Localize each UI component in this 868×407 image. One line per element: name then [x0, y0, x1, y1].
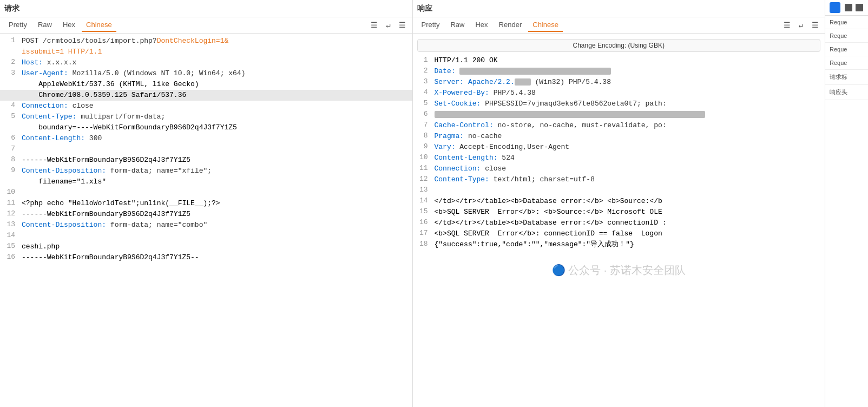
response-panel: 响应 Pretty Raw Hex Render Chinese ☰ ↵ ☰ C… — [413, 0, 825, 407]
res-line-6: 6 — [413, 109, 825, 120]
req-line-11: 11 <?php echo "HelloWorldTest";unlink(__… — [0, 198, 412, 209]
res-line-3: 3 Server: Apache/2.2. (Win32) PHP/5.4.38 — [413, 77, 825, 88]
req-line-3c: Chrome/108.0.5359.125 Safari/537.36 — [0, 90, 412, 101]
req-line-1: 1 POST /crmtools/tools/import.php?DontCh… — [0, 36, 412, 47]
res-line-9: 9 Vary: Accept-Encoding,User-Agent — [413, 142, 825, 153]
req-line-6: 6 Content-Length: 300 — [0, 133, 412, 144]
response-toolbar: ☰ ↵ ☰ — [781, 20, 820, 31]
response-title: 响应 — [417, 4, 432, 14]
request-content: 1 POST /crmtools/tools/import.php?DontCh… — [0, 34, 412, 407]
res-line-17: 17 <b>SQL SERVER Error</b>: connectionID… — [413, 228, 825, 239]
copy-icon-res[interactable]: ☰ — [781, 20, 792, 31]
blurred-date — [459, 68, 611, 75]
req-line-13: 13 Content-Disposition: form-data; name=… — [0, 220, 412, 231]
req-line-9: 9 Content-Disposition: form-data; name="… — [0, 166, 412, 176]
inspector-header — [825, 0, 868, 16]
request-tabs: Pretty Raw Hex Chinese ☰ ↵ ☰ — [0, 17, 412, 34]
req-line-3: 3 User-Agent: Mozilla/5.0 (Windows NT 10… — [0, 68, 412, 79]
res-line-2: 2 Date: — [413, 66, 825, 77]
request-toolbar: ☰ ↵ ☰ — [369, 20, 408, 31]
tab-render-res[interactable]: Render — [495, 18, 527, 32]
menu-icon-res[interactable]: ☰ — [810, 20, 820, 31]
res-line-14: 14 </td></tr></table><b>Database error:<… — [413, 196, 825, 207]
tab-chinese-res[interactable]: Chinese — [528, 18, 563, 32]
req-line-8: 8 ------WebKitFormBoundaryB9S6D2q4J3f7Y1… — [0, 155, 412, 166]
tab-pretty-req[interactable]: Pretty — [4, 18, 31, 32]
wrap-icon-res[interactable]: ↵ — [795, 20, 806, 31]
req-line-1b: issubmit=1 HTTP/1.1 — [0, 47, 412, 57]
encoding-bar[interactable]: Change Encoding: (Using GBK) — [417, 39, 821, 52]
copy-icon-req[interactable]: ☰ — [369, 20, 380, 31]
inspector-panel: Reque Reque Reque Reque 请求标 响应头 — [825, 0, 868, 407]
req-line-12: 12 ------WebKitFormBoundaryB9S6D2q4J3f7Y… — [0, 209, 412, 220]
req-line-9b: filename="1.xls" — [0, 176, 412, 187]
wrap-icon-req[interactable]: ↵ — [383, 20, 394, 31]
request-panel: 请求 Pretty Raw Hex Chinese ☰ ↵ ☰ 1 POST /… — [0, 0, 413, 407]
req-line-7: 7 — [0, 144, 412, 155]
req-line-3b: AppleWebKit/537.36 (KHTML, like Gecko) — [0, 79, 412, 90]
res-line-7: 7 Cache-Control: no-store, no-cache, mus… — [413, 120, 825, 131]
tab-chinese-req[interactable]: Chinese — [82, 18, 116, 32]
grid-icon — [845, 4, 852, 11]
tab-pretty-res[interactable]: Pretty — [417, 18, 444, 32]
blurred-server — [515, 78, 531, 86]
req-line-4: 4 Connection: close — [0, 101, 412, 111]
res-line-8: 8 Pragma: no-cache — [413, 131, 825, 142]
res-line-5: 5 Set-Cookie: PHPSESSID=7vjmaqd3eks67te8… — [413, 99, 825, 109]
request-title: 请求 — [4, 4, 19, 14]
req-line-14: 14 — [0, 231, 412, 241]
inspector-item-2[interactable]: Reque — [825, 29, 868, 43]
tab-hex-req[interactable]: Hex — [58, 18, 80, 32]
response-content: Change Encoding: (Using GBK) 1 HTTP/1.1 … — [413, 34, 825, 407]
res-line-10: 10 Content-Length: 524 — [413, 153, 825, 163]
blurred-line6 — [435, 111, 705, 118]
inspector-item-1[interactable]: Reque — [825, 16, 868, 29]
req-line-16: 16 ------WebKitFormBoundaryB9S6D2q4J3f7Y… — [0, 252, 412, 263]
watermark: 🔵 公众号 · 苏诺木安全团队 — [413, 254, 825, 286]
req-line-5: 5 Content-Type: multipart/form-data; — [0, 111, 412, 122]
response-header: 响应 — [413, 0, 825, 17]
res-line-11: 11 Connection: close — [413, 163, 825, 174]
tab-hex-res[interactable]: Hex — [471, 18, 492, 32]
req-line-2: 2 Host: x.x.x.x — [0, 57, 412, 68]
res-line-12: 12 Content-Type: text/html; charset=utf-… — [413, 174, 825, 185]
res-line-13: 13 — [413, 185, 825, 196]
inspector-item-5[interactable]: 请求标 — [825, 70, 868, 85]
req-line-15: 15 ceshi.php — [0, 241, 412, 252]
response-tabs: Pretty Raw Hex Render Chinese ☰ ↵ ☰ — [413, 17, 825, 34]
res-line-15: 15 <b>SQL SERVER Error</b>: <b>Source:</… — [413, 207, 825, 218]
inspector-item-3[interactable]: Reque — [825, 43, 868, 56]
req-line-5b: boundary=----WebKitFormBoundaryB9S6D2q4J… — [0, 122, 412, 133]
tab-raw-req[interactable]: Raw — [34, 18, 56, 32]
burp-logo-icon — [830, 2, 840, 13]
res-line-4: 4 X-Powered-By: PHP/5.4.38 — [413, 88, 825, 99]
res-line-16: 16 </td></tr></table><b>Database error:<… — [413, 218, 825, 228]
layout-icon — [856, 4, 863, 11]
res-line-18: 18 {"success":true,"code":"","message":"… — [413, 239, 825, 250]
tab-raw-res[interactable]: Raw — [446, 18, 469, 32]
menu-icon-req[interactable]: ☰ — [397, 20, 408, 31]
inspector-item-4[interactable]: Reque — [825, 56, 868, 70]
inspector-item-6[interactable]: 响应头 — [825, 85, 868, 100]
res-line-1: 1 HTTP/1.1 200 OK — [413, 55, 825, 66]
request-header: 请求 — [0, 0, 412, 17]
req-line-10: 10 — [0, 187, 412, 198]
